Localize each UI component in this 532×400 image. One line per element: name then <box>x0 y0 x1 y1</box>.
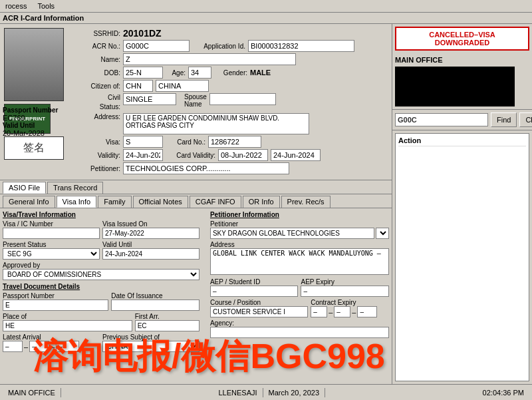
contract-m[interactable] <box>334 306 350 317</box>
tab-official-notes[interactable]: Official Notes <box>133 196 188 208</box>
card-validity-to[interactable] <box>271 149 321 161</box>
black-box <box>395 67 515 106</box>
find-button[interactable]: Find <box>491 112 517 127</box>
present-status-label: Present Status <box>3 241 100 248</box>
cancelled-stamp: CANCELLED–VISA DOWNGRADED <box>395 27 529 51</box>
status-user: LLENESAJI <box>213 388 263 397</box>
contract-y[interactable] <box>357 306 377 317</box>
tab-family[interactable]: Family <box>98 196 131 208</box>
tab-visa-info[interactable]: Visa Info <box>57 196 97 208</box>
prev-subject-select[interactable]: CHINA <box>102 341 200 352</box>
tab-or-info[interactable]: OR Info <box>243 196 280 208</box>
tab-general-info[interactable]: General Info <box>3 196 55 208</box>
petitioner-input[interactable] <box>123 162 289 174</box>
contract-label: Contract Expiry <box>311 299 389 306</box>
valid-until-label: Valid Until <box>102 241 200 248</box>
passport-number-value: EC769 <box>3 114 76 122</box>
name-input[interactable] <box>123 53 296 65</box>
search-input[interactable] <box>395 113 488 126</box>
first-arr-label: First Arr. <box>135 313 200 320</box>
action-panel: Action <box>395 133 529 381</box>
tab-asio-file[interactable]: ASIO File <box>3 182 46 194</box>
aep-expiry-input[interactable] <box>301 286 389 297</box>
petitioner-label: Petitioner: <box>80 165 120 172</box>
issued-label: Visa Issued On <box>102 220 200 228</box>
petitioner-address-textarea[interactable]: GLOBAL LINK CENTER WACK WACK MANDALUYONG… <box>210 248 389 275</box>
citizen-input1[interactable] <box>123 80 153 92</box>
sep2: – <box>51 343 55 351</box>
aep-expiry-label: AEP Expiry <box>301 278 389 286</box>
petitioner-address-label: Address <box>210 241 389 248</box>
contract-d[interactable] <box>311 306 327 317</box>
tab-cgaf-info[interactable]: CGAF INFO <box>190 196 241 208</box>
petitioner-field-input[interactable] <box>210 228 374 239</box>
visa-input[interactable] <box>123 136 163 148</box>
dob-input[interactable] <box>123 67 163 79</box>
tab-prev-recs[interactable]: Prev. Rec/s <box>281 196 331 208</box>
date-issue-input[interactable] <box>111 300 200 311</box>
vic-label: Visa / IC Number <box>3 220 100 228</box>
menu-process[interactable]: rocess <box>3 1 29 11</box>
tab-trans-record[interactable]: Trans Record <box>47 182 103 194</box>
sep1: – <box>24 343 28 351</box>
cardno-label: Card No.: <box>166 138 205 146</box>
petitioner-dropdown[interactable] <box>376 228 389 239</box>
ssrhid-value: 20101DZ <box>123 28 162 39</box>
validity-input[interactable] <box>123 149 163 161</box>
approved-label: Approved by <box>3 262 200 269</box>
menu-tools[interactable]: Tools <box>35 1 57 11</box>
right-top: MAIN OFFICE <box>392 53 532 110</box>
name-label: Name: <box>80 56 120 63</box>
app-id-input[interactable] <box>248 40 354 52</box>
gender-value: MALE <box>250 69 271 77</box>
citizen-input2[interactable] <box>156 80 209 92</box>
first-arr-input[interactable] <box>135 320 200 331</box>
search-bar: Find Clear <box>392 110 532 130</box>
address-box: U ER LEE GARDEN CONDOMINIUM SHAW BLVD. O… <box>123 113 309 134</box>
cardno-input[interactable] <box>208 136 261 148</box>
civil-input[interactable] <box>123 93 176 105</box>
latest-arr-d[interactable] <box>3 341 23 352</box>
vic-input[interactable] <box>3 228 100 239</box>
citizen-label: Citizen of: <box>80 83 120 90</box>
tab-row-2: General Info Visa Info Family Official N… <box>0 194 392 208</box>
approved-select[interactable]: BOARD OF COMMISSIONERS <box>3 269 200 280</box>
app-id-label: Application Id. <box>192 43 245 50</box>
passport-valid-value: 20-Mar-2028 <box>3 129 76 137</box>
issued-input[interactable] <box>102 228 200 239</box>
latest-arr-y[interactable] <box>56 341 79 352</box>
agency-input[interactable] <box>210 327 389 338</box>
clear-button[interactable]: Clear <box>519 112 532 127</box>
passport-doc-label: Passport Number <box>3 292 108 300</box>
age-input[interactable] <box>188 67 211 79</box>
visa-label: Visa: <box>80 138 120 146</box>
window-title: ACR I-Card Information <box>0 13 532 24</box>
dob-label: DOB: <box>80 69 120 77</box>
name2-label: Name <box>184 100 207 108</box>
course-input[interactable] <box>210 306 308 317</box>
latest-arr-m[interactable] <box>29 341 49 352</box>
status-office: MAIN OFFICE <box>3 388 61 397</box>
card-validity-from[interactable] <box>218 149 268 161</box>
acr-input[interactable] <box>123 40 190 52</box>
photo-section: FINGERPRINT 签名 <box>3 27 79 177</box>
passport-doc-input[interactable] <box>3 300 108 311</box>
spouse-label: Spouse <box>184 93 207 100</box>
travel-section-title: Travel Document Details <box>3 283 200 290</box>
menu-bar: rocess Tools <box>0 0 532 13</box>
status-date: March 20, 2023 <box>263 388 325 397</box>
spouse-input[interactable] <box>209 93 276 105</box>
aep-label: AEP / Student ID <box>210 278 299 286</box>
csep2: – <box>352 308 356 316</box>
present-status-select[interactable]: SEC 9G <box>3 248 100 260</box>
agency-label: Agency: <box>210 319 389 327</box>
status-bar: MAIN OFFICE LLENESAJI March 20, 2023 02:… <box>0 384 532 400</box>
place-input[interactable] <box>3 320 132 331</box>
valid-until-input[interactable] <box>102 248 200 260</box>
action-label: Action <box>398 136 526 146</box>
tab-content: Visa/Travel Information Visa / IC Number… <box>0 208 392 384</box>
fields-section: SSRHID: 20101DZ ACR No.: Application Id.… <box>79 27 389 177</box>
place-label: Place of <box>3 313 132 320</box>
aep-input[interactable] <box>210 286 299 297</box>
csep1: – <box>329 308 332 316</box>
